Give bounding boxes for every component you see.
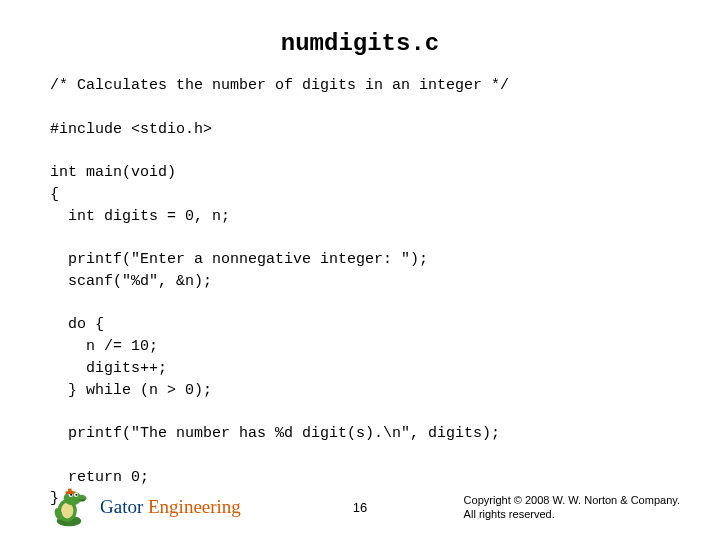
svg-rect-11 <box>68 489 72 493</box>
gator-mascot-icon <box>48 486 90 528</box>
copyright-line-1: Copyright © 2008 W. W. Norton & Company. <box>464 493 680 507</box>
brand-word-1: Gator <box>100 496 148 517</box>
footer: Gator Engineering 16 Copyright © 2008 W.… <box>0 482 720 532</box>
slide-content: numdigits.c /* Calculates the number of … <box>0 0 720 540</box>
svg-point-6 <box>70 494 72 496</box>
code-block: /* Calculates the number of digits in an… <box>50 75 670 510</box>
brand-block: Gator Engineering <box>48 486 241 528</box>
copyright-block: Copyright © 2008 W. W. Norton & Company.… <box>464 493 680 522</box>
brand-word-2: Engineering <box>148 496 241 517</box>
svg-point-8 <box>75 494 77 496</box>
page-number: 16 <box>353 500 367 515</box>
slide-title: numdigits.c <box>50 30 670 57</box>
brand-text: Gator Engineering <box>100 496 241 518</box>
copyright-line-2: All rights reserved. <box>464 507 680 521</box>
